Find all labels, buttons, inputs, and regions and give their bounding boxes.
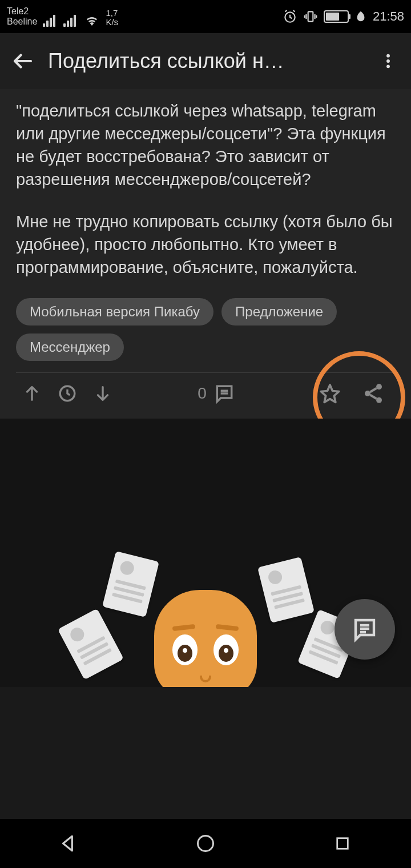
nav-back-button[interactable] [51,826,86,861]
post-content: "поделиться ссылкой через whatsapp, tele… [0,89,411,419]
tag[interactable]: Предложение [221,298,337,326]
compose-comment-fab[interactable] [335,599,395,660]
svg-rect-10 [337,838,348,849]
signal-icon-1 [43,14,58,27]
clock: 21:58 [373,9,404,24]
post-action-bar: 0 [16,373,395,415]
status-bar: Tele2 Beeline 1,7 K/s 60 21:58 [0,0,411,33]
upvote-button[interactable] [21,382,43,405]
svg-point-8 [376,397,382,403]
mascot-icon [154,590,257,687]
downvote-button[interactable] [91,382,114,405]
svg-point-3 [386,59,390,63]
comments-button[interactable]: 0 [114,383,319,404]
carrier-labels: Tele2 Beeline [7,6,37,27]
carrier-1: Tele2 [7,6,37,17]
svg-point-2 [386,54,390,58]
post-paragraph: "поделиться ссылкой через whatsapp, tele… [16,99,395,191]
comments-section-empty [0,419,411,687]
carrier-2: Beeline [7,17,37,27]
wifi-icon [84,14,100,27]
nav-recent-button[interactable] [325,826,360,861]
system-nav-bar [0,819,411,868]
tags-row: Мобильная версия Пикабу Предложение Месс… [16,298,395,361]
comments-count: 0 [198,384,207,403]
more-button[interactable] [370,43,406,79]
signal-icon-2 [63,14,78,27]
clock-icon[interactable] [56,382,79,405]
page-title: Поделиться ссылкой н… [41,49,370,73]
back-button[interactable] [5,43,41,79]
tag[interactable]: Мессенджер [16,333,124,361]
vibrate-icon [303,9,318,24]
svg-point-4 [386,65,390,68]
svg-point-7 [365,391,370,396]
nav-home-button[interactable] [188,826,223,861]
share-button[interactable] [362,382,385,405]
favorite-button[interactable] [319,382,341,405]
post-paragraph: Мне не трудно копировать ссылку (хотя бы… [16,210,395,279]
alarm-icon [283,9,297,24]
app-bar: Поделиться ссылкой н… [0,33,411,89]
empty-state-illustration [63,539,348,687]
svg-point-9 [198,836,213,851]
leaf-icon [354,10,367,23]
svg-rect-1 [308,11,313,21]
battery-indicator: 60 [324,10,349,23]
svg-point-6 [376,384,382,389]
tag[interactable]: Мобильная версия Пикабу [16,298,213,326]
data-rate: 1,7 K/s [106,9,118,27]
